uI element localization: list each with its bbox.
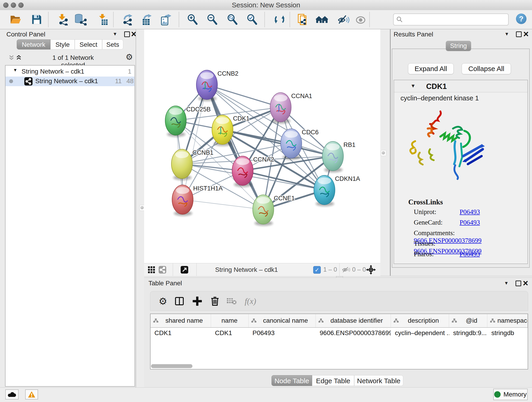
network-view-icon[interactable] [158,266,167,274]
first-neighbors-icon[interactable] [316,13,329,26]
network-node-cdc6[interactable] [281,129,302,160]
panel-float-icon[interactable] [515,281,521,286]
section-caret-icon[interactable]: ▼ [411,83,416,89]
tab-network-table[interactable]: Network Table [354,375,403,386]
network-node-cdkn1a[interactable] [314,175,335,206]
toolbar-separator [369,12,370,27]
network-node-ccne1[interactable] [253,195,274,226]
crosslink-value-link[interactable]: P06493 [460,219,480,226]
network-node-cdc25b[interactable] [165,106,186,137]
crosslink-value-link[interactable]: P06493 [460,208,480,216]
show-columns-icon[interactable] [173,295,186,307]
panel-float-icon[interactable] [516,32,522,37]
memory-button[interactable]: Memory [493,389,528,400]
column-header-canonical-name[interactable]: canonical name [249,314,316,327]
network-node-hist1h1a[interactable] [172,185,193,216]
network-node-ccnb2[interactable] [196,70,217,101]
crosslink-label: Pharos: [414,250,460,258]
import-network-from-database-icon[interactable] [74,13,87,26]
network-edge[interactable] [207,85,281,107]
collection-caret-icon[interactable]: ▼ [13,68,17,73]
zoom-out-icon[interactable] [206,13,219,26]
collapse-all-icon[interactable] [8,55,15,62]
column-header-namespace[interactable]: namespace [487,314,528,327]
horizontal-panel-divider[interactable] [144,276,532,278]
expand-all-icon[interactable] [16,55,22,62]
panel-menu-icon[interactable]: ▼ [113,32,117,37]
network-edge[interactable] [183,200,263,210]
column-header-name[interactable]: name [211,314,249,327]
network-canvas[interactable]: CCNB2CCNA1CDC25BCDK1CDC6RB1CCNB1CCNA2CDK… [144,29,380,263]
refresh-layout-icon[interactable] [273,13,286,26]
tab-style[interactable]: Style [51,39,75,50]
grid-view-icon[interactable] [147,266,156,274]
export-network-icon[interactable] [121,13,134,26]
divider-grip[interactable] [381,150,386,156]
tab-network[interactable]: Network [17,39,51,50]
network-collection-row[interactable]: ▼ String Network – cdk1 1 [6,67,134,77]
function-builder-icon[interactable]: f(x) [240,295,261,307]
table-cell: 9606.ENSP00000378699 [316,328,391,338]
network-node-ccnb1[interactable] [171,149,192,180]
network-node-rb1[interactable] [322,141,343,172]
birdseye-view-icon[interactable] [180,266,189,274]
expand-all-button[interactable]: Expand All [408,63,454,74]
panel-menu-icon[interactable]: ▼ [505,32,509,37]
network-status-dot [9,79,13,83]
column-header-description[interactable]: description [391,314,449,327]
panel-menu-icon[interactable]: ▼ [504,281,509,286]
add-column-icon[interactable] [191,295,203,307]
zoom-fit-icon[interactable] [226,13,239,26]
save-session-icon[interactable] [30,13,43,26]
new-network-from-selection-icon[interactable] [297,13,309,26]
crosslinks-title: CrossLinks [408,198,443,206]
column-header-database-identifier[interactable]: database identifier [316,314,391,327]
show-all-icon[interactable] [354,13,367,26]
help-button[interactable]: ? [516,13,526,24]
network-options-gear-icon[interactable]: ⚙ [126,52,133,62]
hide-selected-icon[interactable] [337,13,350,26]
panel-close-icon[interactable]: × [523,281,528,286]
tab-edge-table[interactable]: Edge Table [312,375,354,386]
crosslink-value-link[interactable]: P06493 [460,250,480,258]
import-network-icon[interactable] [56,13,69,26]
table-settings-gear-icon[interactable]: ⚙ [157,295,169,307]
search-input[interactable] [405,14,506,24]
import-table-icon[interactable] [97,13,109,26]
tab-sets[interactable]: Sets [102,39,123,50]
toolbar-separator [264,12,265,27]
search-box [393,13,509,26]
crosslink-row: GeneCard:P06493 [414,219,524,229]
network-edge[interactable] [183,85,207,200]
panel-float-icon[interactable] [124,32,130,37]
gene-section-header[interactable]: ▼ CDK1 [394,80,527,92]
zoom-selected-icon[interactable] [246,13,259,26]
tab-select[interactable]: Select [75,39,102,50]
delete-column-trash-icon[interactable] [209,295,221,307]
table-body: CDK1CDK1P064939606.ENSP00000378699cyclin… [151,328,528,338]
warnings-button[interactable] [25,389,38,400]
left-panel-divider[interactable] [136,29,144,387]
horizontal-scrollbar[interactable] [151,364,192,368]
node-label: RB1 [343,141,355,148]
column-header-shared-name[interactable]: shared name [151,314,211,327]
selected-count-checkbox-icon[interactable]: ✓ [313,266,321,274]
main-toolbar: ? [0,10,532,29]
tab-string[interactable]: String [446,41,471,51]
delete-table-icon[interactable] [225,295,238,307]
collapse-all-button[interactable]: Collapse All [462,63,511,74]
export-table-icon[interactable] [140,13,153,26]
tab-node-table[interactable]: Node Table [272,375,312,386]
panel-close-icon[interactable]: × [523,32,529,36]
column-header--id[interactable]: @id [449,314,487,327]
right-panel-divider[interactable] [380,29,391,276]
table-row[interactable]: CDK1CDK1P064939606.ENSP00000378699cyclin… [151,328,528,338]
column-label: name [214,317,248,324]
pan-crosshair-icon[interactable] [366,265,376,275]
zoom-in-icon[interactable] [186,13,199,26]
export-image-icon[interactable] [159,13,172,26]
network-row[interactable]: String Network – cdk1 11 48 [6,77,134,86]
open-session-icon[interactable] [9,13,22,26]
warning-icon [28,391,36,398]
cloud-status-button[interactable] [5,389,19,400]
